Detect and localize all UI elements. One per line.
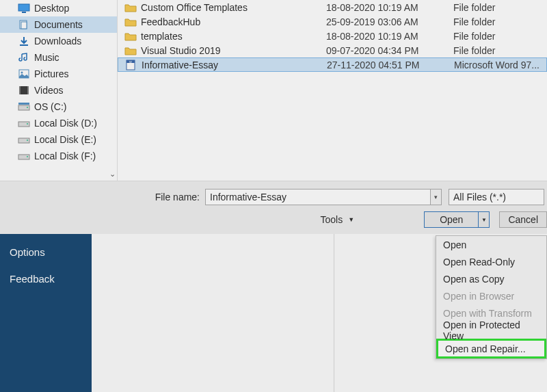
navigation-sidebar: DesktopDocumentsDownloadsMusicPicturesVi… xyxy=(0,0,118,181)
file-type: File folder xyxy=(453,2,495,13)
sidebar-item-local-disk-f-[interactable]: Local Disk (F:) xyxy=(0,148,117,164)
music-icon xyxy=(18,52,30,63)
filename-label: File name: xyxy=(0,192,205,202)
svg-text:W: W xyxy=(129,60,132,64)
dialog-footer: File name: Informative-Essay ▾ All Files… xyxy=(0,181,547,234)
tools-menu[interactable]: Tools ▼ xyxy=(205,214,368,225)
svg-point-14 xyxy=(27,123,28,125)
folder-icon xyxy=(124,45,137,56)
drive-icon xyxy=(18,134,30,145)
file-date: 09-07-2020 04:34 PM xyxy=(326,45,453,56)
svg-point-6 xyxy=(21,72,23,74)
svg-rect-9 xyxy=(27,86,29,94)
drive-icon xyxy=(18,151,30,161)
word-doc-icon: W xyxy=(125,60,137,70)
file-type: File folder xyxy=(453,31,495,42)
file-row[interactable]: Visual Studio 201909-07-2020 04:34 PMFil… xyxy=(118,43,547,57)
svg-rect-7 xyxy=(19,86,29,94)
file-row[interactable]: FeedbackHub25-09-2019 03:06 AMFile folde… xyxy=(118,14,547,29)
menu-item-open-read-only[interactable]: Open Read-Only xyxy=(436,253,546,270)
file-date: 27-11-2020 04:51 PM xyxy=(327,60,454,70)
folder-icon xyxy=(124,16,137,27)
backstage-options[interactable]: Options xyxy=(10,246,82,258)
svg-rect-8 xyxy=(19,86,21,94)
sidebar-item-os-c-[interactable]: OS (C:) xyxy=(0,99,117,115)
sidebar-item-label: OS (C:) xyxy=(34,101,66,112)
svg-rect-1 xyxy=(22,12,26,13)
sidebar-item-label: Downloads xyxy=(34,36,81,47)
drive-icon xyxy=(18,118,30,129)
folder-icon xyxy=(124,2,137,13)
sidebar-item-label: Local Disk (F:) xyxy=(34,151,96,161)
app-backstage-sidebar: Options Feedback xyxy=(0,234,92,392)
file-name: Custom Office Templates xyxy=(141,2,248,13)
drive-os-icon xyxy=(18,101,30,112)
sidebar-item-label: Pictures xyxy=(34,68,69,79)
svg-rect-3 xyxy=(21,22,27,29)
sidebar-item-label: Local Disk (D:) xyxy=(34,118,97,129)
file-name: FeedbackHub xyxy=(141,16,200,27)
sidebar-item-label: Documents xyxy=(34,19,83,30)
filename-input[interactable]: Informative-Essay xyxy=(205,189,431,205)
file-row[interactable]: templates18-08-2020 10:19 AMFile folder xyxy=(118,29,547,43)
sidebar-scroll-down-icon[interactable]: ⌄ xyxy=(107,168,118,179)
file-date: 18-08-2020 10:19 AM xyxy=(326,2,453,13)
svg-rect-0 xyxy=(18,4,29,11)
file-name: Informative-Essay xyxy=(142,60,218,70)
file-type: Microsoft Word 97... xyxy=(454,60,539,70)
cancel-button[interactable]: Cancel xyxy=(499,211,547,228)
dialog-body: DesktopDocumentsDownloadsMusicPicturesVi… xyxy=(0,0,547,181)
pictures-icon xyxy=(18,68,30,79)
file-type: File folder xyxy=(453,45,495,56)
menu-item-open[interactable]: Open xyxy=(436,236,546,253)
sidebar-item-videos[interactable]: Videos xyxy=(0,82,117,99)
open-dropdown-menu: OpenOpen Read-OnlyOpen as CopyOpen in Br… xyxy=(436,235,547,359)
filename-dropdown-icon[interactable]: ▾ xyxy=(431,189,442,205)
sidebar-item-pictures[interactable]: Pictures xyxy=(0,66,117,82)
file-name: templates xyxy=(141,31,183,42)
file-date: 18-08-2020 10:19 AM xyxy=(326,31,453,42)
svg-rect-12 xyxy=(18,103,29,105)
folder-icon xyxy=(124,31,137,42)
divider xyxy=(334,234,334,392)
open-dialog: DesktopDocumentsDownloadsMusicPicturesVi… xyxy=(0,0,547,234)
menu-item-open-in-browser: Open in Browser xyxy=(436,287,546,304)
chevron-down-icon: ▼ xyxy=(348,216,354,223)
file-list: Custom Office Templates18-08-2020 10:19 … xyxy=(118,0,547,181)
svg-rect-4 xyxy=(20,44,28,46)
desktop-icon xyxy=(18,3,30,14)
videos-icon xyxy=(18,85,30,96)
filetype-filter[interactable]: All Files (*.*) xyxy=(449,189,544,205)
sidebar-item-label: Desktop xyxy=(34,3,69,14)
sidebar-item-documents[interactable]: Documents xyxy=(0,16,117,33)
sidebar-item-label: Music xyxy=(34,52,59,63)
downloads-icon xyxy=(18,36,30,47)
open-split-dropdown-icon[interactable]: ▼ xyxy=(478,212,489,227)
backstage-feedback[interactable]: Feedback xyxy=(10,273,82,285)
sidebar-item-local-disk-e-[interactable]: Local Disk (E:) xyxy=(0,131,117,148)
svg-point-16 xyxy=(27,140,28,141)
sidebar-item-local-disk-d-[interactable]: Local Disk (D:) xyxy=(0,115,117,131)
open-button[interactable]: Open ▼ xyxy=(424,211,490,228)
file-name: Visual Studio 2019 xyxy=(141,45,221,56)
sidebar-item-label: Videos xyxy=(34,85,64,96)
sidebar-item-desktop[interactable]: Desktop xyxy=(0,0,117,16)
svg-point-11 xyxy=(27,107,28,108)
file-date: 25-09-2019 03:06 AM xyxy=(326,16,453,27)
svg-point-18 xyxy=(27,156,28,157)
file-type: File folder xyxy=(453,16,495,27)
sidebar-item-music[interactable]: Music xyxy=(0,49,117,66)
file-row[interactable]: WInformative-Essay27-11-2020 04:51 PMMic… xyxy=(118,57,547,72)
file-row[interactable]: Custom Office Templates18-08-2020 10:19 … xyxy=(118,0,547,14)
sidebar-item-downloads[interactable]: Downloads xyxy=(0,33,117,49)
menu-item-open-and-repair-[interactable]: Open and Repair... xyxy=(436,339,546,358)
menu-item-open-in-protected-view[interactable]: Open in Protected View xyxy=(436,322,546,339)
menu-item-open-as-copy[interactable]: Open as Copy xyxy=(436,270,546,287)
documents-icon xyxy=(18,19,30,30)
sidebar-item-label: Local Disk (E:) xyxy=(34,134,96,145)
